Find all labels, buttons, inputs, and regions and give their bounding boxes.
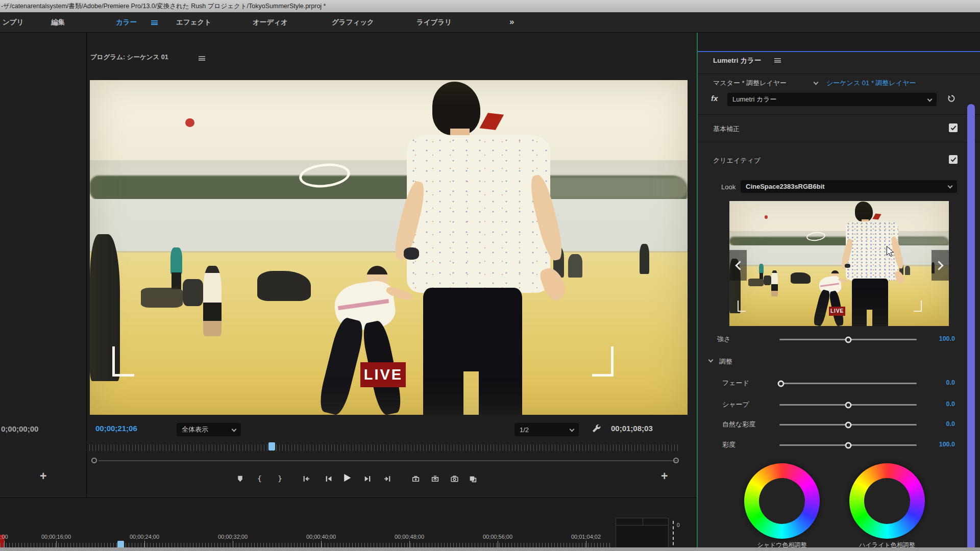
slider-value[interactable]: 0.0 [946, 379, 955, 386]
timeline-panel: 0 ;0000;00;16;0000;00;24;0000;00;32;0000… [0, 497, 697, 551]
vibrance-slider[interactable] [779, 424, 917, 425]
workspace-overflow-chevron[interactable]: » [509, 12, 514, 33]
workspace-tab-5[interactable]: オーディオ [253, 12, 288, 33]
workspace-tab-6[interactable]: グラフィック [332, 12, 374, 33]
section-basic-correction[interactable]: 基本補正 [713, 124, 740, 134]
program-panel-menu-icon[interactable] [199, 56, 205, 61]
slider-handle[interactable] [777, 380, 784, 387]
live-badge-text: LIVE [364, 366, 403, 383]
standing-man-pants-gap [867, 310, 872, 326]
slider-value[interactable]: 100.0 [939, 441, 955, 448]
timeline-ruler-label: 00;00;16;00 [41, 534, 71, 540]
live-badge: LIVE [829, 307, 846, 316]
vertical-scrollbar[interactable] [967, 104, 975, 551]
standing-man-shirt [407, 135, 550, 292]
program-zoom-scrollbar[interactable] [99, 460, 677, 461]
horizontal-scrollbar[interactable] [0, 547, 980, 551]
chevron-down-icon[interactable] [814, 80, 819, 85]
transport-controls: {} [87, 472, 697, 485]
current-timecode[interactable]: 00;00;21;06 [95, 424, 137, 433]
zoom-level-select[interactable]: 全体表示 [177, 423, 241, 436]
lumetri-panel-menu-icon[interactable] [774, 58, 781, 63]
settings-wrench-icon[interactable] [591, 423, 601, 436]
play-button[interactable] [341, 472, 352, 483]
corner-bracket-left-icon [112, 346, 134, 377]
slider-handle[interactable] [845, 442, 851, 448]
fx-badge-icon: fx [711, 94, 718, 103]
scene-chairs [257, 271, 311, 301]
look-select[interactable]: CineSpace2383sRGB6bit [741, 180, 957, 193]
background-figure [568, 254, 582, 278]
chevron-down-icon [570, 427, 575, 432]
saturation-slider[interactable] [779, 444, 917, 446]
comparison-view-button[interactable] [467, 473, 478, 484]
basic-correction-checkbox[interactable] [949, 123, 958, 132]
go-to-in-button[interactable] [301, 473, 312, 484]
scene-sky [90, 80, 688, 167]
previous-look-button[interactable] [729, 250, 747, 281]
program-video-frame[interactable]: LIVE [90, 80, 688, 415]
workspace-tab-7[interactable]: ライブラリ [416, 12, 452, 33]
standing-man-watch [404, 247, 419, 260]
background-figure [771, 270, 778, 296]
highlight-hue-wheel[interactable] [849, 463, 925, 539]
slider-handle[interactable] [845, 421, 851, 428]
program-time-ruler[interactable] [89, 444, 679, 451]
extract-button[interactable] [429, 473, 440, 484]
intensity-slider[interactable] [779, 339, 917, 340]
mark-out-button[interactable]: } [274, 473, 285, 484]
step-back-button[interactable] [323, 473, 334, 484]
lumetri-color-panel: Lumetri カラー マスター * 調整レイヤー シーケンス 01 * 調整レ… [697, 33, 980, 551]
corner-bracket-right-icon [914, 300, 921, 312]
intensity-label: 強さ [717, 335, 730, 344]
adjust-section-header[interactable]: 調整 [719, 357, 732, 366]
timeline-ruler-label: ;00 [0, 534, 8, 540]
zoom-scrollbar-left-handle[interactable] [91, 458, 97, 463]
corner-bracket-left-icon [738, 300, 745, 312]
export-frame-button[interactable] [449, 473, 460, 484]
creative-checkbox[interactable] [949, 155, 958, 164]
left-panel-add-button[interactable]: + [40, 469, 46, 483]
lift-button[interactable] [410, 473, 421, 484]
workspace-tab-2[interactable]: 編集 [51, 12, 65, 33]
reset-effect-icon[interactable] [947, 94, 956, 105]
slider-value[interactable]: 0.0 [946, 420, 955, 428]
slider-handle[interactable] [845, 336, 851, 343]
step-forward-button[interactable] [362, 473, 373, 484]
lumetri-panel-title: Lumetri カラー [713, 56, 761, 65]
zoom-scrollbar-right-handle[interactable] [673, 458, 679, 463]
program-playhead[interactable] [268, 442, 275, 450]
add-marker-button[interactable] [234, 473, 246, 484]
next-look-button[interactable] [932, 250, 949, 281]
program-add-button[interactable]: + [661, 469, 668, 483]
section-creative[interactable]: クリエイティブ [713, 156, 761, 165]
shadow-hue-wheel[interactable] [744, 463, 820, 539]
svg-text:}: } [277, 474, 282, 483]
background-figure [172, 272, 181, 289]
workspace-tab-3[interactable]: カラー [116, 12, 137, 33]
fade-slider[interactable] [779, 383, 917, 384]
audio-meter-scale [673, 521, 674, 550]
slider-handle[interactable] [845, 402, 851, 408]
scene-bench [141, 288, 183, 308]
scene-bench [748, 279, 764, 286]
timeline-ruler-label: 00;01;04;02 [571, 534, 601, 540]
video-scene: LIVE [90, 80, 688, 415]
scene-chairs [791, 272, 811, 284]
workspace-tab-1[interactable]: ンプリ [3, 12, 23, 33]
background-figure [759, 264, 764, 274]
sharpen-slider[interactable] [779, 404, 917, 406]
adjust-collapse-chevron[interactable] [708, 358, 714, 363]
workspace-panel-menu-icon[interactable] [151, 20, 158, 25]
slider-value[interactable]: 0.0 [946, 400, 955, 408]
workspace-tab-4[interactable]: エフェクト [176, 12, 211, 33]
effect-select[interactable]: Lumetri カラー [727, 93, 937, 106]
playback-resolution-select[interactable]: 1/2 [514, 423, 579, 436]
background-figure [170, 247, 182, 274]
sequence-clip-label[interactable]: シーケンス 01 * 調整レイヤー [826, 79, 916, 88]
mark-in-button[interactable]: { [254, 473, 265, 484]
intensity-value[interactable]: 100.0 [939, 335, 955, 342]
background-figure [640, 244, 649, 274]
master-clip-label[interactable]: マスター * 調整レイヤー [713, 79, 787, 88]
go-to-out-button[interactable] [381, 473, 393, 484]
